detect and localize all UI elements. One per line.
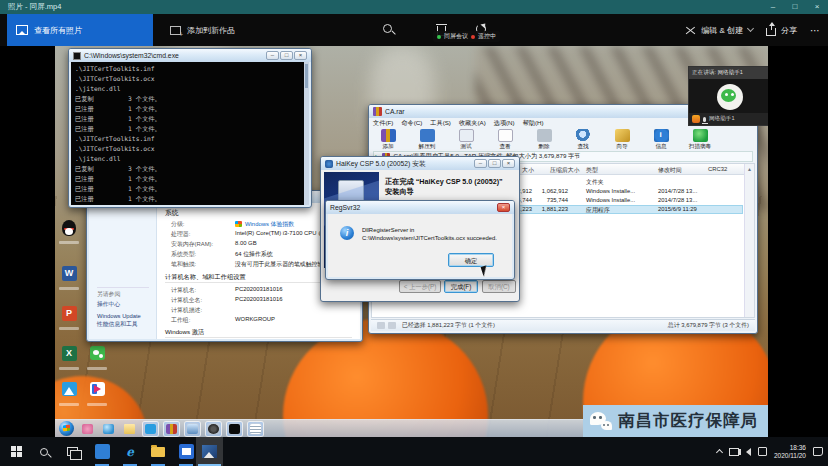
virus-scan-button[interactable]: 扫描病毒 bbox=[685, 129, 715, 150]
minimize-button[interactable]: – bbox=[266, 51, 279, 60]
desktop-icon-powerpoint[interactable]: P bbox=[58, 306, 80, 330]
installer-titlebar[interactable]: HaiKey CSP 5.0 (20052) 安装 –□× bbox=[321, 157, 519, 170]
desktop-icon-excel[interactable]: X bbox=[58, 346, 80, 370]
taskbar-icon-remote-assist[interactable] bbox=[80, 422, 95, 436]
volume-icon[interactable] bbox=[746, 448, 751, 456]
winrar-app-icon bbox=[373, 107, 382, 116]
sidebar-link-action-center[interactable]: 操作中心 bbox=[97, 300, 120, 309]
taskbar-icon-notepad[interactable] bbox=[248, 422, 263, 436]
taskbar-icon-browser[interactable] bbox=[101, 422, 116, 436]
taskbar-icon-mail-app[interactable] bbox=[174, 442, 198, 461]
taskbar-icon-cmd[interactable] bbox=[227, 422, 242, 436]
installer-title: HaiKey CSP 5.0 (20052) 安装 bbox=[336, 159, 426, 169]
minimize-button[interactable]: – bbox=[474, 159, 487, 168]
minimize-button[interactable]: – bbox=[762, 0, 784, 14]
more-button[interactable]: ⋯ bbox=[810, 25, 820, 36]
action-center-icon[interactable] bbox=[813, 447, 823, 456]
menu-favorites[interactable]: 收藏夹(A) bbox=[459, 119, 486, 128]
photos-app-icon bbox=[202, 445, 217, 458]
zoom-icon[interactable] bbox=[383, 24, 395, 36]
close-button[interactable]: × bbox=[806, 0, 828, 14]
info-button[interactable]: 信息 bbox=[646, 129, 676, 150]
close-button[interactable]: × bbox=[294, 51, 307, 60]
section-system: 系统 bbox=[165, 208, 179, 218]
desktop-icon-wechat[interactable] bbox=[86, 346, 108, 370]
virus-scan-icon bbox=[693, 129, 708, 142]
search-button[interactable] bbox=[32, 442, 56, 461]
taskbar-icon-ie[interactable]: e bbox=[118, 442, 142, 461]
edit-create-label: 编辑 & 创建 bbox=[701, 25, 743, 36]
envelope-icon bbox=[182, 448, 191, 455]
wizard-button[interactable]: 向导 bbox=[607, 129, 637, 150]
start-button[interactable] bbox=[4, 442, 28, 461]
regsvr32-titlebar[interactable]: RegSvr32 × bbox=[326, 201, 514, 214]
maximize-button[interactable]: □ bbox=[784, 0, 806, 14]
ink-workspace-icon[interactable] bbox=[758, 447, 767, 456]
taskbar-icon-winrar[interactable] bbox=[164, 422, 179, 436]
back-button[interactable]: < 上一步(P) bbox=[399, 280, 441, 293]
menu-help[interactable]: 帮助(H) bbox=[523, 119, 544, 128]
view-button[interactable]: 查看 bbox=[490, 129, 520, 150]
maximize-button[interactable]: □ bbox=[488, 159, 501, 168]
add-button[interactable]: 添加 bbox=[373, 129, 403, 150]
taskbar-icon-photos-active[interactable] bbox=[196, 437, 223, 466]
taskbar-icon-media-disc[interactable] bbox=[206, 422, 221, 436]
share-label: 分享 bbox=[781, 25, 797, 36]
menu-tools[interactable]: 工具(S) bbox=[430, 119, 451, 128]
menu-commands[interactable]: 命令(C) bbox=[401, 119, 422, 128]
sidebar-link-performance[interactable]: 性能信息和工具 bbox=[97, 320, 138, 329]
add-to-new-button[interactable]: 添加到新作品 bbox=[170, 14, 235, 46]
photos-icon bbox=[16, 25, 28, 35]
list-scrollbar[interactable] bbox=[744, 164, 754, 317]
task-view-button[interactable] bbox=[60, 442, 84, 461]
extract-button[interactable]: 解压到 bbox=[412, 129, 442, 150]
desktop-icon-word[interactable]: W bbox=[58, 266, 80, 290]
desktop-icon-cloud-drive[interactable] bbox=[58, 382, 80, 406]
edit-create-button[interactable]: 编辑 & 创建 bbox=[685, 25, 753, 36]
watermark-text: 南昌市医疗保障局 bbox=[618, 410, 758, 432]
experience-index-link[interactable]: Windows 体验指数 bbox=[245, 221, 294, 227]
taskbar-icon-explorer[interactable] bbox=[146, 442, 170, 461]
wechat-icon bbox=[90, 346, 105, 360]
cmd-titlebar[interactable]: C:\Windows\system32\cmd.exe –□× bbox=[69, 49, 311, 62]
taskbar-icon-meeting-app[interactable] bbox=[90, 442, 114, 461]
taskbar-icon-cloud-drive[interactable] bbox=[143, 422, 158, 436]
cmd-scrollbar[interactable] bbox=[304, 62, 309, 205]
ok-button[interactable]: 确定 bbox=[448, 253, 494, 267]
windows-flag-icon bbox=[235, 221, 242, 227]
add-to-new-label: 添加到新作品 bbox=[187, 25, 235, 36]
menu-options[interactable]: 选项(N) bbox=[494, 119, 515, 128]
microphone-icon bbox=[703, 117, 706, 122]
test-icon bbox=[459, 129, 474, 142]
system-sidebar: 另请参阅 操作中心 Windows Update 性能信息和工具 bbox=[89, 203, 157, 339]
avatar bbox=[717, 84, 743, 110]
test-button[interactable]: 测试 bbox=[451, 129, 481, 150]
close-button[interactable]: × bbox=[497, 203, 510, 212]
view-all-photos-button[interactable]: 查看所有照片 bbox=[7, 14, 153, 46]
maximize-button[interactable]: □ bbox=[280, 51, 293, 60]
add-archive-icon bbox=[381, 129, 396, 142]
menu-file[interactable]: 文件(F) bbox=[373, 119, 393, 128]
cmd-output-area[interactable]: .\JITCertToolkits.inf .\JITCertToolkits.… bbox=[71, 62, 309, 205]
see-also-label: 另请参阅 bbox=[97, 287, 149, 299]
cancel-button[interactable]: 取消(C) bbox=[482, 280, 516, 293]
finish-button[interactable]: 完成(F) bbox=[444, 280, 478, 293]
wechat-channel-logo-icon bbox=[590, 412, 612, 430]
speaker-name: 网络助手1 bbox=[709, 115, 735, 123]
taskbar-icon-system-properties[interactable] bbox=[185, 422, 200, 436]
call-overlay-panel[interactable]: 正在讲话: 网络助手1 网络助手1 bbox=[688, 66, 768, 126]
search-icon bbox=[40, 448, 48, 456]
delete-button[interactable]: 删除 bbox=[529, 129, 559, 150]
desktop-icon-media-player[interactable] bbox=[86, 382, 108, 406]
close-button[interactable]: × bbox=[502, 159, 515, 168]
hidden-icons-chevron[interactable] bbox=[716, 449, 723, 456]
taskbar-icon-explorer[interactable] bbox=[122, 422, 137, 436]
status-total: 总计 3,679,879 字节 (3 个文件) bbox=[668, 321, 749, 330]
sidebar-link-windows-update[interactable]: Windows Update bbox=[97, 313, 141, 319]
taskbar-clock[interactable]: 18:36 2020/11/20 bbox=[774, 444, 806, 460]
share-button[interactable]: 分享 bbox=[766, 24, 797, 36]
wizard-heading: 正在完成 “HaiKey CSP 5.0 (20052)” 安装向导 bbox=[385, 177, 513, 197]
start-orb-icon[interactable] bbox=[59, 421, 74, 436]
find-button[interactable]: 查找 bbox=[568, 129, 598, 150]
desktop-icon-qq[interactable] bbox=[58, 220, 80, 244]
